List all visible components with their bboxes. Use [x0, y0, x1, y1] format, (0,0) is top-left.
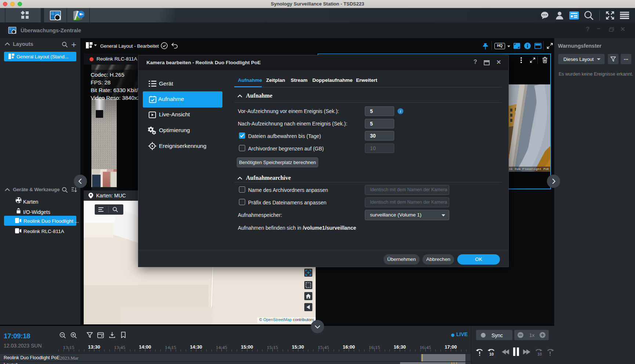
- svg-text:10: 10: [537, 352, 542, 356]
- svg-text:10: 10: [489, 352, 494, 356]
